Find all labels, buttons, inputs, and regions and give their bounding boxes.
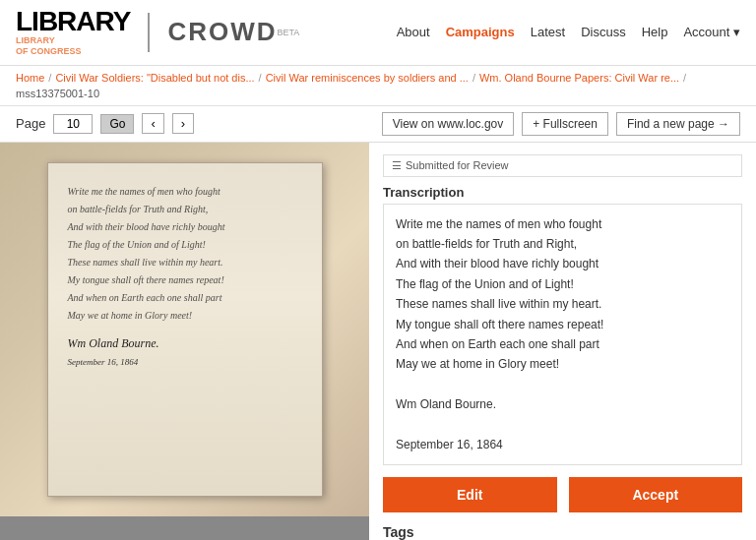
nav-help[interactable]: Help bbox=[642, 25, 668, 39]
action-row: Edit Accept bbox=[383, 477, 742, 512]
status-badge: ☰ Submitted for Review bbox=[383, 154, 742, 177]
find-new-page-button[interactable]: Find a new page → bbox=[616, 112, 740, 136]
logo-library: LIBRARY LIBRARYOF CONGRESS bbox=[16, 8, 130, 57]
page-label: Page bbox=[16, 116, 45, 131]
tags-section: Tags Add Poem ✕ Wm Oland Bourne ✕ ▲ ▼ bbox=[383, 524, 742, 540]
next-page-button[interactable]: › bbox=[172, 113, 194, 134]
fullscreen-button[interactable]: Fullscreen bbox=[522, 112, 608, 136]
breadcrumb-civil-war-soldiers[interactable]: Civil War Soldiers: "Disabled but not di… bbox=[55, 72, 254, 84]
manuscript-text: Write me the names of men who fought on … bbox=[68, 183, 302, 325]
transcription-title: Transcription bbox=[383, 185, 742, 200]
main-content: Write me the names of men who fought on … bbox=[0, 143, 756, 540]
nav-campaigns[interactable]: Campaigns bbox=[446, 25, 515, 39]
right-panel: ☰ Submitted for Review Transcription Wri… bbox=[369, 143, 756, 540]
status-text: Submitted for Review bbox=[406, 159, 509, 171]
nav-latest[interactable]: Latest bbox=[531, 25, 565, 39]
breadcrumb-wm-oland[interactable]: Wm. Oland Bourne Papers: Civil War re... bbox=[479, 72, 679, 84]
status-icon: ☰ bbox=[392, 159, 402, 172]
prev-page-button[interactable]: ‹ bbox=[142, 113, 163, 134]
manuscript-paper: Write me the names of men who fought on … bbox=[47, 162, 323, 497]
manuscript-image: Write me the names of men who fought on … bbox=[0, 143, 369, 516]
manuscript-date: September 16, 1864 bbox=[68, 357, 302, 367]
nav-discuss[interactable]: Discuss bbox=[581, 25, 626, 39]
logo-area: LIBRARY LIBRARYOF CONGRESS CROWDBETA bbox=[16, 8, 299, 57]
breadcrumb-page-id: mss13375001-10 bbox=[16, 88, 99, 99]
go-button[interactable]: Go bbox=[100, 114, 134, 134]
view-on-loc-button[interactable]: View on www.loc.gov bbox=[382, 112, 515, 136]
tags-label: Tags bbox=[383, 524, 742, 540]
manuscript-signature: Wm Oland Bourne. bbox=[68, 336, 302, 351]
breadcrumb: Home / Civil War Soldiers: "Disabled but… bbox=[0, 66, 756, 106]
breadcrumb-civil-war-rem[interactable]: Civil War reminiscences by soldiers and … bbox=[266, 72, 469, 84]
breadcrumb-home[interactable]: Home bbox=[16, 72, 44, 84]
image-panel: Write me the names of men who fought on … bbox=[0, 143, 369, 540]
nav-account[interactable]: Account ▾ bbox=[683, 25, 740, 39]
transcription-box: Write me the names of men who fought on … bbox=[383, 204, 742, 466]
accept-button[interactable]: Accept bbox=[569, 477, 743, 512]
header: LIBRARY LIBRARYOF CONGRESS CROWDBETA Abo… bbox=[0, 0, 756, 66]
logo-divider bbox=[148, 13, 150, 52]
page-input[interactable] bbox=[53, 114, 93, 134]
logo-crowd-area: CROWDBETA bbox=[167, 17, 299, 47]
toolbar: Page Go ‹ › View on www.loc.gov Fullscre… bbox=[0, 106, 756, 143]
transcription-section: Transcription Write me the names of men … bbox=[383, 185, 742, 466]
main-nav: About Campaigns Latest Discuss Help Acco… bbox=[397, 25, 740, 39]
nav-about[interactable]: About bbox=[397, 25, 430, 39]
edit-button[interactable]: Edit bbox=[383, 477, 557, 512]
